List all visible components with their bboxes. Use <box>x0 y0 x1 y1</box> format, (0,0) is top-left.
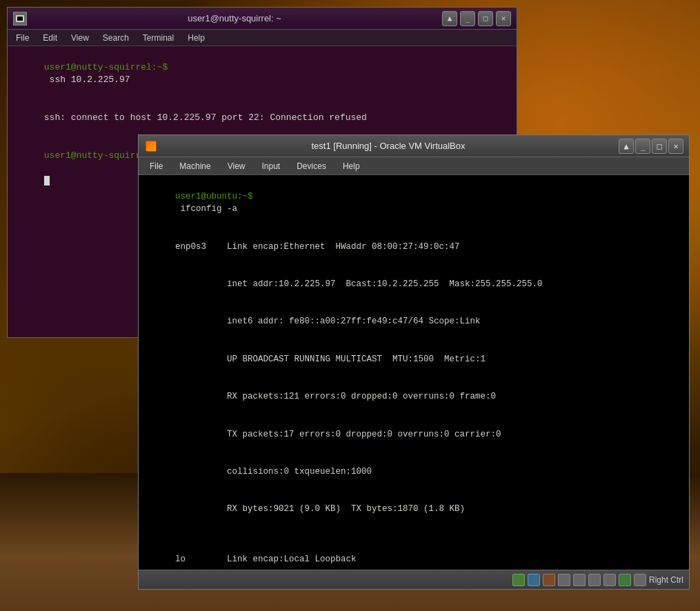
vbox-menu-view[interactable]: View <box>221 160 252 172</box>
terminal-menu-help[interactable]: Help <box>182 32 210 44</box>
status-icon-2 <box>528 574 540 586</box>
vbox-maximize-btn[interactable]: □ <box>652 139 667 154</box>
virtualbox-window: test1 [Running] - Oracle VM VirtualBox ▲… <box>138 134 690 590</box>
vbox-menu-input[interactable]: Input <box>255 160 288 172</box>
status-icon-4 <box>558 574 570 586</box>
vbox-line-0: user1@ubuntu:~$ ifconfig -a <box>144 178 683 228</box>
status-icon-6 <box>588 574 601 586</box>
status-right-ctrl: Right Ctrl <box>649 575 683 585</box>
terminal-menu-terminal[interactable]: Terminal <box>137 32 179 44</box>
vbox-line-1: enp0s3 Link encap:Ethernet HWaddr 08:00:… <box>144 228 683 266</box>
vbox-app-icon <box>144 139 158 153</box>
vbox-titlebar: test1 [Running] - Oracle VM VirtualBox ▲… <box>139 135 689 157</box>
vbox-line-8: RX bytes:9021 (9.0 KB) TX bytes:1870 (1.… <box>144 490 683 528</box>
terminal-close-btn[interactable]: ✕ <box>496 11 511 26</box>
vbox-minimize-btn[interactable]: _ <box>635 139 650 154</box>
vbox-terminal-output[interactable]: user1@ubuntu:~$ ifconfig -a enp0s3 Link … <box>139 175 689 570</box>
terminal-prompt-1: user1@nutty-squirrel:~$ <box>44 62 168 72</box>
vbox-menu-machine[interactable]: Machine <box>172 160 217 172</box>
terminal-app-icon <box>13 12 27 26</box>
status-icon-3 <box>543 574 555 586</box>
vbox-close-btn[interactable]: ✕ <box>668 139 683 154</box>
status-icon-8 <box>619 574 631 586</box>
terminal-cursor <box>44 176 50 186</box>
terminal-menu-view[interactable]: View <box>66 32 94 44</box>
status-icon-5 <box>573 574 586 586</box>
terminal-maximize-btn[interactable]: □ <box>478 11 493 26</box>
vbox-line-7: collisions:0 txqueuelen:1000 <box>144 453 683 490</box>
terminal-line-1: user1@nutty-squirrel:~$ ssh 10.2.225.97 <box>12 49 512 99</box>
vbox-line-2: inet addr:10.2.225.97 Bcast:10.2.225.255… <box>144 266 683 303</box>
terminal-titlebar: user1@nutty-squirrel: ~ ▲ _ □ ✕ <box>8 8 517 30</box>
vbox-menu-help[interactable]: Help <box>336 160 367 172</box>
vbox-title: test1 [Running] - Oracle VM VirtualBox <box>158 141 619 151</box>
terminal-menu-file[interactable]: File <box>10 32 34 44</box>
terminal-line-2: ssh: connect to host 10.2.225.97 port 22… <box>12 99 512 137</box>
terminal-title: user1@nutty-squirrel: ~ <box>27 13 442 23</box>
terminal-window-controls: ▲ _ □ ✕ <box>442 11 511 26</box>
vbox-line-4: UP BROADCAST RUNNING MULTICAST MTU:1500 … <box>144 341 683 378</box>
vbox-line-5: RX packets:121 errors:0 dropped:0 overru… <box>144 378 683 415</box>
vbox-menubar: File Machine View Input Devices Help <box>139 157 689 175</box>
status-icon-7 <box>603 574 616 586</box>
vbox-line-3: inet6 addr: fe80::a00:27ff:fe49:c47/64 S… <box>144 303 683 340</box>
vbox-line-6: TX packets:17 errors:0 dropped:0 overrun… <box>144 415 683 452</box>
vbox-status-bar: Right Ctrl <box>139 570 689 589</box>
terminal-menu-search[interactable]: Search <box>97 32 134 44</box>
status-icon-9 <box>634 574 646 586</box>
terminal-minimize-btn[interactable]: _ <box>460 11 475 26</box>
status-icon-1 <box>512 574 525 586</box>
terminal-menubar: File Edit View Search Terminal Help <box>8 30 517 46</box>
vbox-scroll-up-btn[interactable]: ▲ <box>619 139 634 154</box>
vbox-menu-devices[interactable]: Devices <box>290 160 333 172</box>
vbox-line-9 <box>144 528 683 541</box>
vbox-window-controls: ▲ _ □ ✕ <box>619 139 683 154</box>
vbox-menu-file[interactable]: File <box>143 160 170 172</box>
vbox-line-10: lo Link encap:Local Loopback <box>144 541 683 570</box>
terminal-menu-edit[interactable]: Edit <box>37 32 63 44</box>
terminal-scroll-up-btn[interactable]: ▲ <box>442 11 457 26</box>
